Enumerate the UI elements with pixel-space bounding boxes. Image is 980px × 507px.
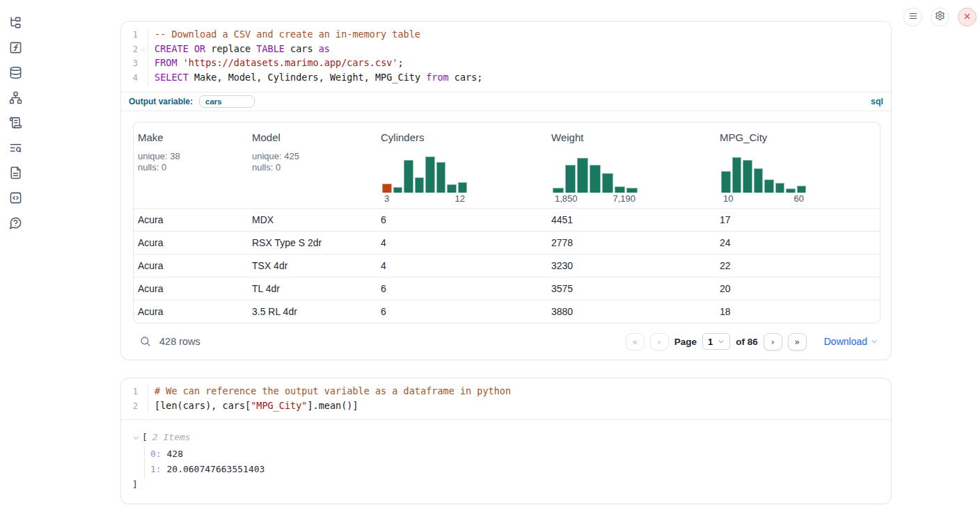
histogram-bar[interactable] <box>764 179 774 193</box>
text-search-icon[interactable] <box>9 141 22 154</box>
sql-code-editor[interactable]: 1-- Download a CSV and create an in-memo… <box>121 22 891 92</box>
dependency-graph-icon[interactable] <box>9 91 22 104</box>
file-tree-icon[interactable] <box>9 16 22 29</box>
language-badge[interactable]: sql <box>871 97 883 106</box>
histogram-bar[interactable] <box>425 156 435 193</box>
table-cell: Acura <box>134 306 248 317</box>
table-row[interactable]: AcuraTL 4dr6357520 <box>134 277 880 300</box>
table-row[interactable]: AcuraRSX Type S 2dr4277824 <box>134 231 880 254</box>
code-token: Make, Model, Cylinders, Weight, MPG_City <box>189 72 426 83</box>
column-title: MPG_City <box>720 131 874 143</box>
fold-spacer <box>138 71 148 86</box>
histogram-bar[interactable] <box>754 168 764 193</box>
functions-icon[interactable] <box>9 41 22 54</box>
histogram-bar[interactable] <box>590 165 601 193</box>
code-token: # We can reference the output variable a… <box>155 385 511 396</box>
previous-page-button[interactable]: ‹ <box>650 333 669 351</box>
line-number: 2 <box>121 399 138 414</box>
documentation-icon[interactable] <box>9 166 22 179</box>
histogram-axis-labels: 312 <box>382 193 467 204</box>
tree-entry-value: 20.060747663551403 <box>161 464 265 474</box>
code-token: replace <box>205 43 256 54</box>
first-page-button[interactable]: « <box>626 333 645 351</box>
table-cell: Acura <box>134 260 248 271</box>
histogram-bar[interactable] <box>732 157 742 193</box>
column-header-make[interactable]: Makeunique: 38nulls: 0 <box>134 122 248 208</box>
logs-icon[interactable] <box>9 116 22 129</box>
tree-collapse-icon[interactable] <box>132 433 141 442</box>
column-header-model[interactable]: Modelunique: 425nulls: 0 <box>248 122 377 208</box>
shutdown-button[interactable] <box>958 8 977 26</box>
line-gutter: 1 <box>121 28 148 42</box>
table-cell: TSX 4dr <box>248 260 377 271</box>
histogram-bar[interactable] <box>415 177 425 193</box>
code-text: [len(cars), cars["MPG_City"].mean()] <box>148 399 358 414</box>
notebook-controls <box>903 8 977 26</box>
table-footer: 428 rows « ‹ Page 1 of 86 › » Download <box>133 323 879 355</box>
fold-arrow-icon[interactable] <box>138 42 148 57</box>
table-row[interactable]: AcuraTSX 4dr4323022 <box>134 254 880 277</box>
table-row[interactable]: AcuraMDX6445117 <box>134 208 880 231</box>
table-cell: TL 4dr <box>248 283 377 294</box>
code-line[interactable]: 1-- Download a CSV and create an in-memo… <box>121 28 891 42</box>
histogram-bar[interactable] <box>404 160 413 193</box>
help-icon[interactable] <box>9 216 22 230</box>
histogram-bar[interactable] <box>626 188 638 193</box>
python-code-editor[interactable]: 1# We can reference the output variable … <box>121 378 891 420</box>
page-total-label: of 86 <box>736 337 758 347</box>
histogram-bar[interactable] <box>565 165 576 193</box>
histogram-bar[interactable] <box>436 162 446 193</box>
tree-entry-value: 428 <box>161 449 183 459</box>
line-gutter: 4 <box>121 71 148 86</box>
table-cell: 17 <box>716 214 880 225</box>
histogram-bar[interactable] <box>797 186 807 193</box>
histogram-bar[interactable] <box>786 188 796 193</box>
line-gutter: 2 <box>121 42 148 57</box>
column-stats: unique: 425nulls: 0 <box>252 151 371 174</box>
code-line[interactable]: 3FROM 'https://datasets.marimo.app/cars.… <box>121 56 891 71</box>
column-header-weight[interactable]: Weight1,8507,190 <box>547 122 716 208</box>
histogram-bar[interactable] <box>775 183 785 193</box>
datasources-icon[interactable] <box>9 66 22 79</box>
histogram-bar[interactable] <box>721 171 731 193</box>
page-label: Page <box>674 337 697 347</box>
histogram-bar[interactable] <box>553 188 564 193</box>
last-page-button[interactable]: » <box>788 333 807 351</box>
column-stat: nulls: 0 <box>138 162 242 174</box>
histogram-bar[interactable] <box>458 182 468 193</box>
histogram-bar[interactable] <box>602 173 613 193</box>
output-variable-input[interactable] <box>199 95 255 108</box>
gear-icon <box>935 10 945 24</box>
line-number: 1 <box>121 28 138 42</box>
notebook-menu-button[interactable] <box>903 8 922 26</box>
code-line[interactable]: 1# We can reference the output variable … <box>121 385 891 399</box>
column-header-cylinders[interactable]: Cylinders312 <box>377 122 547 208</box>
histogram-bar[interactable] <box>743 160 752 193</box>
histogram-bars <box>721 154 806 193</box>
code-token: CREATE OR <box>155 43 205 54</box>
python-cell: 1# We can reference the output variable … <box>120 378 892 504</box>
histogram-max-label: 60 <box>794 193 804 204</box>
page-select[interactable]: 1 <box>702 333 730 350</box>
table-row[interactable]: Acura3.5 RL 4dr6388018 <box>134 300 880 323</box>
code-token: [len(cars), cars[ <box>155 400 251 411</box>
fold-spacer <box>138 399 148 414</box>
download-button[interactable]: Download <box>824 336 878 347</box>
histogram-bar[interactable] <box>447 184 457 193</box>
code-line[interactable]: 4SELECT Make, Model, Cylinders, Weight, … <box>121 71 891 86</box>
next-page-button[interactable]: › <box>764 333 782 351</box>
histogram-bar[interactable] <box>577 158 588 193</box>
code-line[interactable]: 2[len(cars), cars["MPG_City"].mean()] <box>121 399 891 414</box>
histogram-bar[interactable] <box>382 184 392 193</box>
search-icon[interactable] <box>139 335 152 348</box>
code-line[interactable]: 2CREATE OR replace TABLE cars as <box>121 42 891 57</box>
settings-button[interactable] <box>931 8 949 26</box>
column-header-mpg_city[interactable]: MPG_City1060 <box>716 122 880 208</box>
histogram-bar[interactable] <box>393 187 403 193</box>
histogram-bar[interactable] <box>615 186 626 193</box>
column-title: Make <box>138 131 242 143</box>
histogram-max-label: 12 <box>455 193 465 204</box>
line-number: 4 <box>121 71 138 86</box>
snippets-icon[interactable] <box>9 191 22 204</box>
table-cell: Acura <box>134 283 248 294</box>
